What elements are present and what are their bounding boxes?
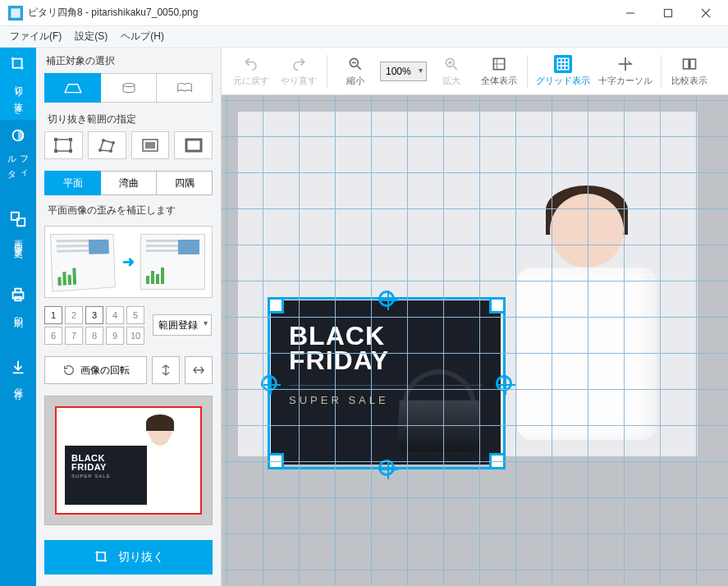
range-full-button[interactable] xyxy=(131,131,170,159)
svg-rect-36 xyxy=(690,59,696,69)
grid-overlay xyxy=(222,95,728,586)
vtab-filter[interactable]: フィルタ xyxy=(0,120,36,192)
zoom-out-icon xyxy=(346,55,364,73)
zoom-out-label: 縮小 xyxy=(346,75,364,87)
mode-curved-tab[interactable]: 湾曲 xyxy=(101,171,157,195)
redo-icon xyxy=(290,55,308,73)
preset-2[interactable]: 2 xyxy=(65,306,83,324)
mode-corners-tab[interactable]: 四隅 xyxy=(157,171,213,195)
range-border-button[interactable] xyxy=(174,131,213,159)
menu-settings[interactable]: 設定(S) xyxy=(68,26,114,47)
vtab-crop-label: 切り抜き xyxy=(12,78,25,112)
preset-4[interactable]: 4 xyxy=(106,306,124,324)
flip-vertical-button[interactable] xyxy=(152,356,180,384)
range-register-select[interactable]: 範囲登録 xyxy=(153,314,212,336)
example-before-icon xyxy=(50,234,115,292)
example-illustration: ➜ xyxy=(44,226,213,298)
svg-rect-1 xyxy=(11,8,20,17)
target-cylinder-button[interactable] xyxy=(101,73,157,103)
preset-7[interactable]: 7 xyxy=(65,327,83,345)
menu-help[interactable]: ヘルプ(H) xyxy=(114,26,171,47)
titlebar: ピタリ四角8 - pitarishikaku7_0050.png xyxy=(0,0,728,26)
arrow-right-icon: ➜ xyxy=(120,253,138,271)
print-icon xyxy=(9,286,27,304)
vtab-crop[interactable]: 切り抜き xyxy=(0,48,36,120)
preset-8[interactable]: 8 xyxy=(85,327,103,345)
svg-rect-15 xyxy=(69,138,72,141)
zoom-select[interactable]: 100% xyxy=(380,62,427,81)
crop-exec-label: 切り抜く xyxy=(118,550,164,565)
svg-rect-17 xyxy=(69,149,72,153)
svg-rect-14 xyxy=(54,138,57,141)
save-icon xyxy=(9,358,27,376)
minimize-button[interactable] xyxy=(611,0,649,26)
canvas[interactable]: BLACK FRIDAY SUPER SALE xyxy=(222,95,728,586)
svg-point-19 xyxy=(102,139,105,142)
menu-file[interactable]: ファイル(F) xyxy=(3,26,68,47)
vtab-print-label: 印刷 xyxy=(12,309,25,315)
svg-point-18 xyxy=(98,149,102,152)
rotate-label: 画像の回転 xyxy=(80,364,130,378)
grid-label: グリッド表示 xyxy=(536,75,590,87)
range-poly-button[interactable] xyxy=(88,131,126,159)
fit-button[interactable]: 全体表示 xyxy=(476,50,522,93)
crop-exec-icon xyxy=(94,549,110,565)
vtab-resize[interactable]: 画像変更 xyxy=(0,192,36,264)
preset-5[interactable]: 5 xyxy=(126,306,144,324)
svg-line-29 xyxy=(454,66,457,70)
app-icon xyxy=(8,6,23,21)
vertical-tabs: 切り抜き フィルタ 画像変更 印刷 保存 xyxy=(0,48,36,586)
preset-9[interactable]: 9 xyxy=(106,327,124,345)
preset-grid: 1 2 3 4 5 6 7 8 9 10 xyxy=(44,306,151,345)
close-button[interactable] xyxy=(687,0,725,26)
compare-label: 比較表示 xyxy=(671,75,707,87)
rotate-button[interactable]: 画像の回転 xyxy=(44,356,147,384)
vtab-filter-label: フィルタ xyxy=(6,149,30,185)
vtab-resize-label: 画像変更 xyxy=(12,233,25,246)
preset-10[interactable]: 10 xyxy=(126,327,144,345)
filter-icon xyxy=(9,126,27,144)
thumb-board-line2: FRIDAY xyxy=(71,463,140,472)
compare-button[interactable]: 比較表示 xyxy=(666,50,712,93)
redo-label: やり直す xyxy=(281,75,317,87)
range-rect-button[interactable] xyxy=(44,131,83,159)
thumbnail-image[interactable]: BLACK FRIDAY SUPER SALE xyxy=(55,406,202,515)
svg-rect-23 xyxy=(145,142,155,149)
rotate-icon xyxy=(62,364,76,377)
grid-icon xyxy=(554,55,572,73)
crop-execute-button[interactable]: 切り抜く xyxy=(44,540,213,575)
preset-3[interactable]: 3 xyxy=(85,306,103,324)
target-book-button[interactable] xyxy=(157,73,213,103)
mode-description: 平面画像の歪みを補正します xyxy=(36,195,221,222)
vtab-save[interactable]: 保存 xyxy=(0,336,36,409)
zoom-in-icon xyxy=(442,55,460,73)
svg-point-20 xyxy=(112,141,115,144)
undo-icon xyxy=(242,55,260,73)
thumb-board-sub: SUPER SALE xyxy=(71,474,111,478)
redo-button[interactable]: やり直す xyxy=(276,50,322,93)
mode-flat-tab[interactable]: 平面 xyxy=(44,171,101,195)
svg-rect-35 xyxy=(684,59,689,69)
svg-rect-16 xyxy=(54,149,57,153)
crop-icon xyxy=(9,55,27,73)
target-flat-button[interactable] xyxy=(44,73,101,103)
example-after-icon xyxy=(140,234,205,290)
zoom-in-button[interactable]: 拡大 xyxy=(428,50,474,93)
preset-1[interactable]: 1 xyxy=(44,306,62,324)
preset-6[interactable]: 6 xyxy=(44,327,62,345)
svg-point-12 xyxy=(123,83,135,86)
svg-rect-24 xyxy=(186,140,201,151)
toolbar: 元に戻す やり直す 縮小 100% 拡大 全体表示 xyxy=(222,48,728,95)
crosshair-button[interactable]: 十字カーソル xyxy=(595,50,656,93)
svg-rect-3 xyxy=(665,9,672,16)
undo-button[interactable]: 元に戻す xyxy=(228,50,274,93)
vtab-print[interactable]: 印刷 xyxy=(0,264,36,336)
maximize-button[interactable] xyxy=(649,0,687,26)
fit-label: 全体表示 xyxy=(481,75,517,87)
vtab-save-label: 保存 xyxy=(12,381,25,387)
flip-horizontal-button[interactable] xyxy=(185,356,213,384)
svg-rect-10 xyxy=(15,289,21,293)
range-title: 切り抜き範囲の指定 xyxy=(36,103,221,131)
grid-toggle-button[interactable]: グリッド表示 xyxy=(533,50,593,93)
zoom-out-button[interactable]: 縮小 xyxy=(332,50,378,93)
